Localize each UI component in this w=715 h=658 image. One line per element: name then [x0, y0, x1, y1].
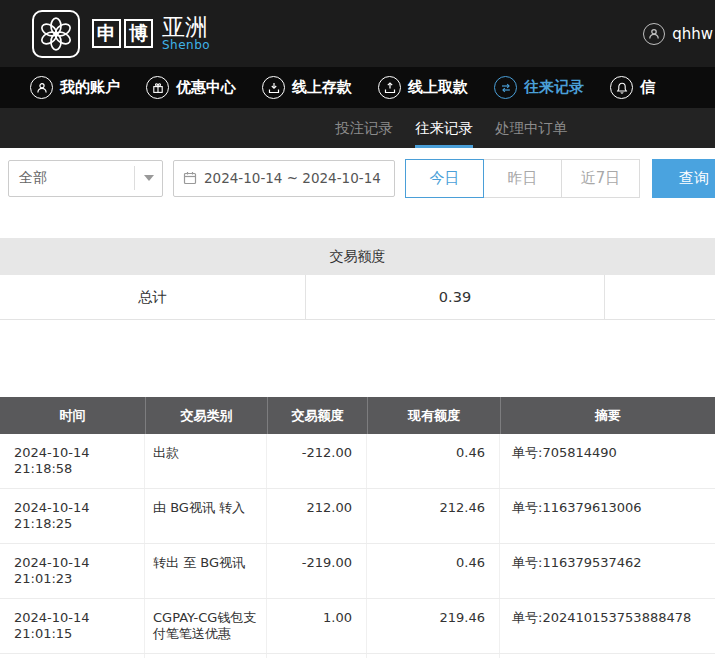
today-button[interactable]: 今日	[405, 159, 484, 198]
cell-balance: 0.46	[367, 434, 500, 488]
cell-amount: 1.00	[267, 599, 367, 653]
nav-item-label: 线上取款	[408, 78, 468, 97]
summary-total-value: 0.39	[306, 275, 605, 319]
col-header-time: 时间	[0, 397, 145, 434]
summary-empty-cell	[605, 275, 715, 319]
summary-total-row: 总计 0.39	[0, 275, 715, 320]
cell-balance: 0.46	[367, 544, 500, 598]
col-header-amount: 交易额度	[267, 397, 367, 434]
brand-latin: Shenbo	[162, 39, 210, 52]
nav-item-promotions[interactable]: 优惠中心	[146, 76, 236, 99]
withdraw-icon	[378, 76, 401, 99]
summary-table: 交易额度 总计 0.39	[0, 238, 715, 320]
cell-time: 2024-10-14 21:01:15	[0, 654, 145, 658]
summary-total-label: 总计	[0, 275, 306, 319]
quick-range-group: 今日 昨日 近7日	[405, 159, 640, 198]
chevron-down-icon	[134, 166, 162, 191]
flower-logo-icon	[32, 10, 80, 58]
account-menu[interactable]: qhhw	[643, 23, 715, 45]
cell-type: 转出 至 BG视讯	[145, 544, 267, 598]
cell-summary: 单号:116379537462	[500, 544, 715, 598]
table-row: 2024-10-14 21:18:58 出款 -212.00 0.46 单号:7…	[0, 434, 715, 489]
cell-summary: 单号:202410153753888478	[500, 599, 715, 653]
last7days-button[interactable]: 近7日	[561, 159, 640, 198]
cell-balance: 218.46	[367, 654, 500, 658]
cell-type: CGPAY支付	[145, 654, 267, 658]
cell-summary: 单号:116379613006	[500, 489, 715, 543]
username: qhhw	[672, 25, 713, 43]
main-nav: 我的账户 优惠中心 线上存款 线上取款	[0, 67, 715, 108]
table-row: 2024-10-14 21:01:23 转出 至 BG视讯 -219.00 0.…	[0, 544, 715, 599]
filter-bar: 全部 2024-10-14 ~ 2024-10-14 今日 昨日 近7日 查询	[0, 148, 715, 208]
tab-bet-records[interactable]: 投注记录	[335, 108, 393, 148]
transactions-table: 时间 交易类别 交易额度 现有额度 摘要 2024-10-14 21:18:58…	[0, 397, 715, 658]
cell-type: CGPAY-CG钱包支付笔笔送优惠	[145, 599, 267, 653]
tab-processing-orders[interactable]: 处理中订单	[495, 108, 568, 148]
cell-time: 2024-10-14 21:01:15	[0, 599, 145, 653]
cell-time: 2024-10-14 21:18:25	[0, 489, 145, 543]
deposit-icon	[262, 76, 285, 99]
account-icon	[643, 23, 665, 45]
cell-type: 由 BG视讯 转入	[145, 489, 267, 543]
brand-char-shen: 申	[92, 19, 121, 48]
nav-item-label: 我的账户	[60, 78, 120, 97]
nav-item-deposit[interactable]: 线上存款	[262, 76, 352, 99]
table-row: 2024-10-14 21:18:25 由 BG视讯 转入 212.00 212…	[0, 489, 715, 544]
table-row: 2024-10-14 21:01:15 CGPAY-CG钱包支付笔笔送优惠 1.…	[0, 599, 715, 654]
user-icon	[30, 76, 53, 99]
cell-type: 出款	[145, 434, 267, 488]
brand-text: 亚洲 Shenbo	[162, 15, 210, 52]
cell-amount: 212.00	[267, 489, 367, 543]
brand-region: 亚洲	[162, 15, 210, 39]
nav-item-label: 线上存款	[292, 78, 352, 97]
date-range-value: 2024-10-14 ~ 2024-10-14	[204, 170, 381, 186]
exchange-icon	[494, 76, 517, 99]
calendar-icon	[183, 171, 197, 185]
search-button[interactable]: 查询	[652, 159, 715, 198]
col-header-type: 交易类别	[145, 397, 267, 434]
summary-header: 交易额度	[0, 238, 715, 275]
category-select[interactable]: 全部	[8, 160, 163, 197]
table-row: 2024-10-14 21:01:15 CGPAY支付 200.00 218.4…	[0, 654, 715, 658]
nav-item-records[interactable]: 往来记录	[494, 76, 584, 99]
gift-icon	[146, 76, 169, 99]
records-tab-bar: 投注记录 往来记录 处理中订单	[0, 108, 715, 148]
brand-char-bo: 博	[124, 19, 153, 48]
top-header: 申 博 亚洲 Shenbo qhhw	[0, 0, 715, 67]
col-header-balance: 现有额度	[367, 397, 500, 434]
cell-amount: -212.00	[267, 434, 367, 488]
yesterday-button[interactable]: 昨日	[483, 159, 562, 198]
nav-item-label: 往来记录	[524, 78, 584, 97]
cell-time: 2024-10-14 21:18:58	[0, 434, 145, 488]
nav-item-label: 优惠中心	[176, 78, 236, 97]
date-range-input[interactable]: 2024-10-14 ~ 2024-10-14	[173, 160, 395, 197]
nav-item-my-account[interactable]: 我的账户	[30, 76, 120, 99]
cell-summary: 单号:705814490	[500, 434, 715, 488]
cell-balance: 212.46	[367, 489, 500, 543]
nav-item-withdrawal[interactable]: 线上取款	[378, 76, 468, 99]
tab-transaction-records[interactable]: 往来记录	[415, 108, 473, 148]
cell-balance: 219.46	[367, 599, 500, 653]
bell-icon	[610, 76, 633, 99]
category-select-value: 全部	[9, 169, 134, 187]
cell-amount: -219.00	[267, 544, 367, 598]
table-header-row: 时间 交易类别 交易额度 现有额度 摘要	[0, 397, 715, 434]
cell-summary: 单号:202410153753888478	[500, 654, 715, 658]
col-header-summary: 摘要	[500, 397, 715, 434]
cell-time: 2024-10-14 21:01:23	[0, 544, 145, 598]
cell-amount: 200.00	[267, 654, 367, 658]
nav-item-messages[interactable]: 信	[610, 76, 655, 99]
nav-item-label: 信	[640, 78, 655, 97]
